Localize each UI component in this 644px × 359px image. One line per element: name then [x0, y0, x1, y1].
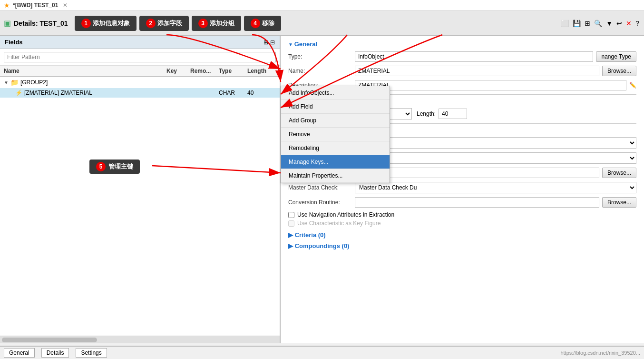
col-remo-header: Remo... [190, 68, 219, 74]
anno-3: 3 [198, 19, 208, 28]
toolbar-title: Details: TEST_01 [14, 20, 68, 27]
nav-attr-row: Use Navigation Attributes in Extraction [288, 211, 636, 218]
anno-1: 1 [81, 19, 91, 28]
menu-add-field[interactable]: Add Field [281, 100, 390, 114]
menu-add-group[interactable]: Add Group [281, 114, 390, 128]
nav-attr-checkbox[interactable] [288, 212, 294, 218]
callout-5-label: 管理主键 [108, 162, 133, 171]
menu-add-infoobjects[interactable]: Add InfoObjects... [281, 86, 390, 100]
master-data-label: Master Data Check: [288, 184, 355, 191]
compoundings-arrow: ▶ [288, 242, 295, 249]
criteria-arrow: ▶ [288, 231, 295, 239]
menu-remove[interactable]: Remove [281, 128, 390, 141]
desc-input[interactable] [355, 80, 626, 90]
title-text: *[BWD] TEST_01 [13, 2, 58, 9]
status-url: https://blog.csdn.net/rixin_39520... [560, 350, 640, 356]
field-row[interactable]: ⚡ [ZMATERIAL] ZMATERIAL CHAR 40 [0, 88, 280, 98]
conversion-row: Conversion Routine: Browse... [288, 197, 636, 208]
expand-icon[interactable]: ⊞ [263, 39, 268, 46]
context-menu: Add InfoObjects... Add Field Add Group R… [281, 86, 390, 183]
criteria-link[interactable]: ▶ Criteria (0) [288, 231, 636, 239]
add-infoobjects-button[interactable]: 1 添加信息对象 [75, 16, 137, 31]
anno-4: 4 [251, 19, 260, 28]
toolbar-icons: ⬜ 💾 ⊞ 🔍 ▼ ↩ ✕ ? [560, 19, 640, 28]
database-icon: ▣ [4, 19, 11, 28]
menu-remodeling[interactable]: Remodeling [281, 141, 390, 155]
filter-row [0, 49, 280, 66]
tab-general[interactable]: General [4, 348, 35, 358]
field-type: CHAR [219, 90, 247, 96]
menu-manage-keys[interactable]: Manage Keys... [281, 155, 390, 169]
anno-2: 2 [146, 19, 156, 28]
field-type-icon: ⚡ [15, 90, 22, 96]
type-row: Type: nange Type [288, 51, 636, 62]
change-type-button[interactable]: nange Type [596, 51, 636, 62]
conversion-input[interactable] [355, 197, 599, 208]
save-icon[interactable]: 💾 [572, 19, 582, 28]
nav-attr-label: Use Navigation Attributes in Extraction [297, 211, 394, 218]
browse-fixed-button[interactable]: Browse... [602, 168, 636, 178]
col-key-header: Key [166, 68, 190, 74]
master-data-select[interactable]: Master Data Check Du [355, 182, 636, 193]
conversion-label: Conversion Routine: [288, 199, 355, 206]
undo-icon[interactable]: ↩ [615, 19, 623, 28]
status-bar: General Details Settings https://blog.cs… [0, 346, 644, 359]
grid-icon[interactable]: ⊞ [584, 19, 591, 28]
fields-header: Fields ⊞ ⊟ [0, 36, 280, 49]
collapse-icon[interactable]: ⊟ [270, 39, 275, 46]
copy-icon[interactable]: ⬜ [560, 19, 570, 28]
title-icon: ★ [4, 1, 10, 9]
menu-maintain-properties[interactable]: Maintain Properties... [281, 169, 390, 183]
close-icon[interactable]: ✕ [63, 2, 68, 9]
general-section-title[interactable]: General [288, 40, 636, 48]
char-key-row: Use Characteristic as Key Figure [288, 220, 636, 227]
col-name-header: Name [4, 68, 166, 74]
dropdown-icon[interactable]: ▼ [605, 19, 614, 28]
add-group-button[interactable]: 3 添加分组 [192, 16, 241, 31]
char-key-checkbox[interactable] [288, 220, 294, 227]
name-input[interactable] [355, 66, 599, 76]
tab-settings[interactable]: Settings [76, 348, 107, 358]
type-input[interactable] [355, 51, 593, 62]
group-row[interactable]: ▼ 📁 [GROUP2] [0, 77, 280, 88]
master-data-row: Master Data Check: Master Data Check Du [288, 182, 636, 193]
group-name: [GROUP2] [20, 79, 48, 86]
toolbar: ▣ Details: TEST_01 1 添加信息对象 2 添加字段 3 添加分… [0, 11, 644, 36]
length-label: Length: [417, 110, 436, 117]
edit-icon[interactable]: ✏️ [629, 82, 636, 89]
group-folder-icon: 📁 [10, 79, 19, 86]
name-label: Name: [288, 68, 355, 74]
unit-currency-select[interactable] [350, 152, 636, 164]
col-type-header: Type [219, 68, 247, 74]
compoundings-link[interactable]: ▶ Compoundings (0) [288, 242, 636, 249]
char-key-label: Use Characteristic as Key Figure [297, 220, 381, 227]
help-icon[interactable]: ? [634, 19, 640, 28]
type-label: Type: [288, 53, 355, 60]
scrollbar-thumb[interactable] [2, 338, 97, 342]
fields-title: Fields [5, 39, 23, 46]
name-row: Name: Browse... [288, 66, 636, 76]
delete-icon[interactable]: ✕ [625, 19, 633, 28]
anno-5-num: 5 [96, 162, 106, 171]
filter-input[interactable] [4, 52, 276, 62]
length-input[interactable] [439, 109, 467, 119]
col-length-header: Length [247, 68, 276, 74]
remove-button[interactable]: 4 移除 [244, 16, 281, 31]
aggregation-select[interactable]: NONE [355, 137, 636, 149]
tab-details[interactable]: Details [41, 348, 69, 358]
fields-panel: Fields ⊞ ⊟ Name Key Remo... Type Length … [0, 36, 281, 343]
callout-5: 5 管理主键 [89, 160, 140, 174]
search-icon[interactable]: 🔍 [593, 19, 603, 28]
tree-area: ▼ 📁 [GROUP2] ⚡ [ZMATERIAL] ZMATERIAL CHA… [0, 77, 280, 336]
table-header: Name Key Remo... Type Length [0, 66, 280, 77]
browse-name-button[interactable]: Browse... [602, 66, 636, 76]
browse-conversion-button[interactable]: Browse... [602, 197, 636, 208]
title-bar: ★ *[BWD] TEST_01 ✕ [0, 0, 644, 11]
right-panel: General Type: nange Type Name: Browse...… [281, 36, 644, 343]
fields-expand-icons: ⊞ ⊟ [263, 39, 275, 46]
field-length: 40 [247, 90, 276, 96]
horizontal-scrollbar[interactable] [0, 336, 280, 343]
field-name: [ZMATERIAL] ZMATERIAL [24, 90, 166, 96]
group-expand-icon: ▼ [4, 80, 9, 85]
add-field-button[interactable]: 2 添加字段 [139, 16, 189, 31]
